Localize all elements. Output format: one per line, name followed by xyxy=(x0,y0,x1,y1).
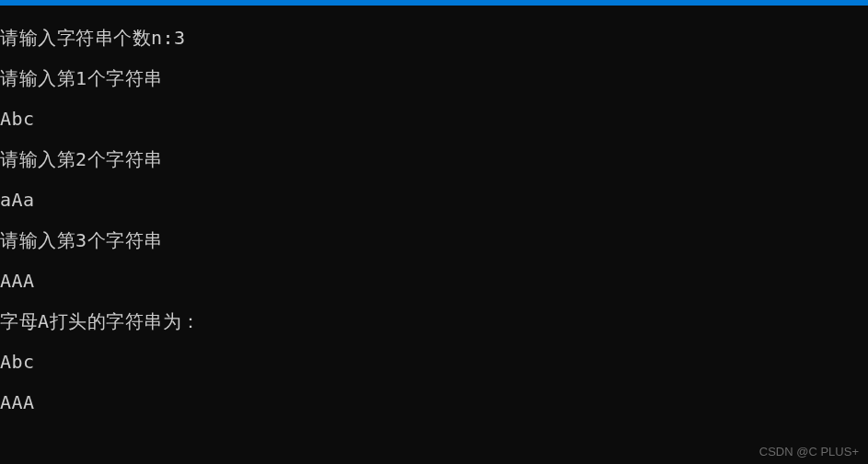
output-line: 字母A打头的字符串为： xyxy=(0,311,868,331)
output-line: aAa xyxy=(0,190,868,210)
output-line: 请输入第3个字符串 xyxy=(0,230,868,250)
terminal-output: 请输入字符串个数n:3 请输入第1个字符串 Abc 请输入第2个字符串 aAa … xyxy=(0,6,868,464)
output-line: AAA xyxy=(0,271,868,291)
blank-line xyxy=(0,433,868,453)
output-line: Abc xyxy=(0,352,868,372)
output-line: 请输入字符串个数n:3 xyxy=(0,28,868,48)
output-line: 请输入第1个字符串 xyxy=(0,68,868,88)
watermark-text: CSDN @C PLUS+ xyxy=(759,445,859,458)
output-line: Abc xyxy=(0,109,868,129)
output-line: AAA xyxy=(0,392,868,412)
output-line: 请输入第2个字符串 xyxy=(0,149,868,169)
